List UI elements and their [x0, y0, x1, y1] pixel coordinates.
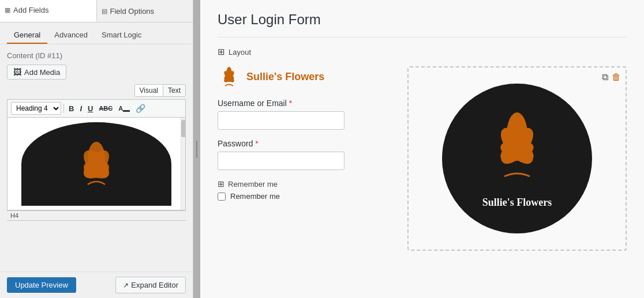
text-tab[interactable]: Text — [163, 84, 186, 97]
password-input[interactable] — [218, 152, 345, 170]
brand-flower-icon — [218, 66, 241, 87]
username-required: * — [289, 99, 292, 108]
bottom-bar: Update Preview ↗ Expand Editor — [0, 271, 193, 298]
media-icon: 🖼 — [13, 67, 21, 77]
remember-label-row: ⊞ Remember me — [218, 179, 396, 188]
underline-button[interactable]: U — [85, 103, 95, 114]
delete-widget-button[interactable]: 🗑 — [612, 72, 621, 82]
layout-label-row: ⊞ Layout — [218, 47, 627, 57]
password-required: * — [255, 139, 258, 148]
expand-editor-button[interactable]: ↗ Expand Editor — [115, 277, 186, 293]
visual-tab[interactable]: Visual — [134, 84, 163, 97]
italic-button[interactable]: I — [77, 103, 84, 114]
flower-main-svg — [471, 108, 563, 192]
form-right: ⧉ 🗑 — [407, 66, 627, 251]
heading-select[interactable]: Heading 4 Heading 1 Heading 2 Heading 3 … — [11, 102, 61, 115]
main-panel: User Login Form ⊞ Layout Sullie — [200, 0, 644, 298]
remember-checkbox-row: Remember me — [218, 192, 396, 201]
field-options-label: Field Options — [110, 7, 155, 16]
panel-tabs: ▦ Add Fields ▤ Field Options — [0, 0, 193, 22]
visual-text-tabs: Visual Text — [134, 84, 186, 97]
bold-button[interactable]: B — [66, 103, 76, 114]
flower-logo-editor — [62, 133, 131, 196]
table-icon: ▦ — [5, 6, 10, 14]
content-section: Content (ID #11) 🖼 Add Media Visual Text… — [0, 44, 193, 271]
sub-tab-smart-logic[interactable]: Smart Logic — [95, 27, 148, 44]
remember-section: ⊞ Remember me Remember me — [218, 179, 396, 201]
form-left: Sullie's Flowers Username or Email * Pas… — [218, 66, 396, 251]
tab-field-options[interactable]: ▤ Field Options — [97, 0, 193, 22]
brand-name: Sullie's Flowers — [246, 71, 324, 83]
expand-icon: ↗ — [123, 281, 129, 289]
sub-tabs-bar: General Advanced Smart Logic — [0, 22, 193, 44]
image-widget: ⧉ 🗑 — [407, 66, 627, 251]
editor-toolbar: Visual Text — [7, 84, 186, 97]
toolbar-separator-1 — [63, 104, 64, 113]
remember-checkbox[interactable] — [218, 193, 226, 201]
remember-icon: ⊞ — [218, 179, 224, 188]
username-field: Username or Email * — [218, 99, 396, 130]
copy-widget-button[interactable]: ⧉ — [602, 72, 608, 82]
username-label: Username or Email * — [218, 99, 396, 108]
remember-checkbox-label: Remember me — [230, 192, 280, 201]
panel-divider[interactable] — [193, 0, 200, 298]
username-input[interactable] — [218, 111, 345, 130]
update-preview-button[interactable]: Update Preview — [7, 277, 76, 293]
strikethrough-button[interactable]: ABC — [96, 104, 115, 113]
add-fields-label: Add Fields — [13, 6, 48, 14]
flower-brand-name: Sullie's Flowers — [482, 197, 552, 209]
fields-icon: ▤ — [102, 7, 107, 15]
editor-area[interactable] — [7, 117, 186, 210]
format-toolbar: Heading 4 Heading 1 Heading 2 Heading 3 … — [7, 99, 186, 117]
layout-icon: ⊞ — [218, 47, 225, 57]
editor-content — [8, 118, 185, 210]
brand-header: Sullie's Flowers — [218, 66, 396, 87]
sub-tab-general[interactable]: General — [7, 27, 47, 44]
password-field: Password * — [218, 139, 396, 170]
form-title: User Login Form — [218, 12, 627, 37]
text-color-button[interactable]: A — [116, 104, 132, 113]
heading-indicator: H4 — [7, 210, 186, 221]
widget-actions: ⧉ 🗑 — [602, 72, 621, 82]
add-media-button[interactable]: 🖼 Add Media — [7, 65, 66, 80]
sub-tab-advanced[interactable]: Advanced — [47, 27, 95, 44]
tab-add-fields[interactable]: ▦ Add Fields — [0, 0, 97, 22]
link-button[interactable]: 🔗 — [133, 103, 148, 114]
left-panel: ▦ Add Fields ▤ Field Options General Adv… — [0, 0, 193, 298]
flower-circle: Sullie's Flowers — [442, 84, 592, 233]
password-label: Password * — [218, 139, 396, 148]
content-label: Content (ID #11) — [7, 51, 186, 60]
form-area: Sullie's Flowers Username or Email * Pas… — [218, 66, 627, 251]
